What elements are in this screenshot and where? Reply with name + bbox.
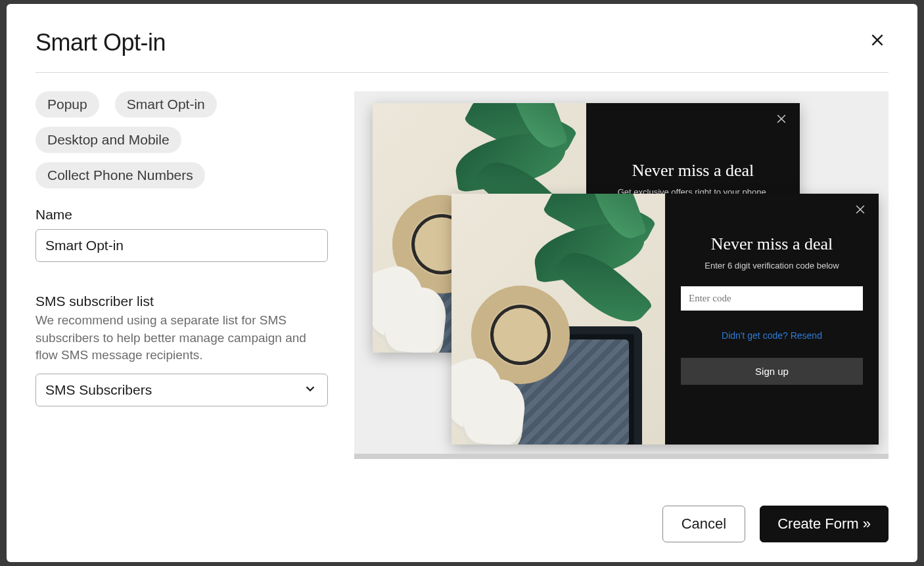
tag-desktop-mobile: Desktop and Mobile — [35, 127, 181, 153]
modal-dialog: Smart Opt-in Popup Smart Opt-in Desktop … — [7, 4, 917, 562]
preview-back-title: Never miss a deal — [632, 161, 754, 181]
modal-body: Popup Smart Opt-in Desktop and Mobile Co… — [35, 73, 889, 483]
create-form-button[interactable]: Create Form » — [760, 506, 889, 542]
preview-front-title: Never miss a deal — [711, 234, 833, 254]
close-button[interactable] — [866, 29, 889, 54]
sms-title: SMS subscriber list — [35, 294, 328, 309]
name-label: Name — [35, 207, 328, 223]
preview-image-front — [451, 194, 665, 445]
preview-signup-button[interactable]: Sign up — [681, 358, 863, 385]
sms-list-select[interactable]: SMS Subscribers — [35, 374, 328, 406]
tag-smart-opt-in: Smart Opt-in — [115, 91, 217, 118]
close-icon — [775, 112, 788, 125]
sms-section: SMS subscriber list We recommend using a… — [35, 294, 328, 406]
preview-scrollbar[interactable] — [354, 454, 889, 459]
preview-resend-link[interactable]: Didn't get code? Resend — [722, 330, 822, 341]
tag-popup: Popup — [35, 91, 99, 118]
modal-header: Smart Opt-in — [35, 29, 889, 73]
close-icon — [869, 32, 886, 49]
name-section: Name — [35, 207, 328, 262]
tag-collect-phone: Collect Phone Numbers — [35, 162, 205, 188]
tag-list: Popup Smart Opt-in Desktop and Mobile Co… — [35, 91, 328, 188]
preview-panel-front: Never miss a deal Enter 6 digit verifica… — [665, 194, 879, 445]
cancel-button[interactable]: Cancel — [662, 506, 745, 542]
preview-close-front[interactable] — [854, 203, 867, 219]
preview-card-front: Never miss a deal Enter 6 digit verifica… — [451, 194, 879, 445]
close-icon — [854, 203, 867, 216]
preview-front-subtitle: Enter 6 digit verification code below — [705, 261, 839, 271]
preview-code-input[interactable] — [681, 286, 863, 311]
form-column: Popup Smart Opt-in Desktop and Mobile Co… — [35, 91, 328, 483]
sms-select-wrap: SMS Subscribers — [35, 374, 328, 406]
preview-pane: Never miss a deal Get exclusive offers r… — [354, 91, 889, 459]
name-input[interactable] — [35, 229, 328, 262]
modal-footer: Cancel Create Form » — [35, 483, 889, 542]
preview-close-back[interactable] — [775, 112, 788, 128]
sms-help: We recommend using a separate list for S… — [35, 312, 328, 364]
modal-title: Smart Opt-in — [35, 29, 166, 56]
